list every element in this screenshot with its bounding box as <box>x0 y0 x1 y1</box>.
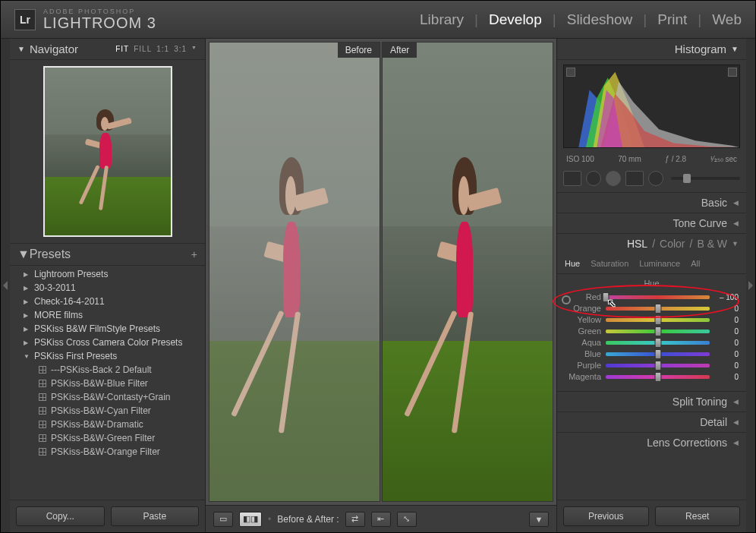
navigator-preview[interactable] <box>10 60 205 243</box>
slider-value[interactable]: 0 <box>714 361 739 370</box>
hsl-tab-bw[interactable]: B & W <box>697 238 727 250</box>
chevron-down-icon: ▼ <box>731 45 739 53</box>
slider-track[interactable] <box>606 341 710 345</box>
slider-thumb[interactable] <box>654 372 661 382</box>
reset-button[interactable]: Reset <box>655 506 741 526</box>
preset-folder[interactable]: ▶30-3-2011 <box>10 281 205 295</box>
module-slideshow[interactable]: Slideshow <box>567 11 633 28</box>
targeted-adjustment-tool[interactable] <box>562 295 571 304</box>
presets-header[interactable]: ▼ Presets + <box>10 243 205 266</box>
preset-folder[interactable]: ▶MORE films <box>10 308 205 322</box>
slider-thumb[interactable] <box>654 304 661 314</box>
lens-corrections-section[interactable]: Lens Corrections◀ <box>557 432 746 453</box>
previous-button[interactable]: Previous <box>563 506 649 526</box>
slider-value[interactable]: 0 <box>714 339 739 347</box>
toolbar-menu-button[interactable]: ▼ <box>529 512 549 527</box>
crop-tool[interactable] <box>563 171 581 186</box>
slider-track[interactable] <box>606 330 710 333</box>
slider-value[interactable]: 0 <box>714 373 739 381</box>
preset-folder[interactable]: ▶Check-16-4-2011 <box>10 295 205 308</box>
slider-value[interactable]: 0 <box>714 327 739 336</box>
hsl-tab-hsl[interactable]: HSL <box>627 238 647 250</box>
slider-thumb[interactable] <box>654 338 661 348</box>
meta-iso: ISO 100 <box>566 155 594 163</box>
loupe-view-button[interactable]: ▭ <box>213 512 233 527</box>
preset-item[interactable]: PSKiss-B&W-Contasty+Grain <box>10 390 205 404</box>
slider-thumb[interactable] <box>654 361 661 371</box>
slider-value[interactable]: 0 <box>714 304 739 313</box>
after-pane[interactable]: After <box>382 42 553 502</box>
subtab-all[interactable]: All <box>691 257 700 270</box>
highlight-clip-icon[interactable] <box>728 68 737 77</box>
preset-item[interactable]: PSKiss-B&W-Cyan Filter <box>10 404 205 418</box>
swap-before-after-button[interactable]: ⇄ <box>345 512 365 527</box>
zoom-fill[interactable]: FILL <box>134 45 152 53</box>
compare-view-button[interactable]: ◧◨ <box>239 512 262 527</box>
module-develop[interactable]: Develop <box>489 11 542 28</box>
slider-label: Blue <box>565 349 601 358</box>
split-toning-section[interactable]: Split Toning◀ <box>557 391 746 412</box>
slider-track[interactable] <box>606 375 710 379</box>
preset-item[interactable]: PSKiss-B&W-Dramatic <box>10 418 205 431</box>
subtab-saturation[interactable]: Saturation <box>591 257 628 270</box>
preset-item[interactable]: PSKiss-B&W-Blue Filter <box>10 377 205 390</box>
hsl-section-header[interactable]: HSL / Color / B & W ▼ <box>557 233 746 254</box>
preset-icon <box>39 393 46 401</box>
zoom-3-1[interactable]: 3:1 <box>174 45 187 53</box>
slider-track[interactable] <box>606 352 710 356</box>
center-area: Before After ▭ ◧◨ • B <box>206 39 556 532</box>
hsl-tab-color[interactable]: Color <box>660 238 685 250</box>
preset-folder[interactable]: ▶Lightroom Presets <box>10 267 205 281</box>
basic-section[interactable]: Basic◀ <box>557 192 746 213</box>
preset-folder-name: Check-16-4-2011 <box>34 296 105 307</box>
module-web[interactable]: Web <box>712 11 742 28</box>
histogram-display[interactable] <box>563 65 740 148</box>
slider-thumb[interactable] <box>654 349 661 359</box>
graduated-filter-tool[interactable] <box>625 171 644 186</box>
navigator-header[interactable]: ▼ Navigator FIT FILL 1:1 3:1 ▼ <box>10 39 205 60</box>
histogram-header[interactable]: Histogram ▼ <box>557 39 746 60</box>
redeye-tool[interactable] <box>606 171 621 186</box>
slider-value[interactable]: 0 <box>714 350 739 358</box>
left-gutter[interactable] <box>1 39 10 532</box>
preset-folder[interactable]: ▶PSKiss Cross Camera Color Presets <box>10 336 205 349</box>
slider-track[interactable] <box>606 318 710 322</box>
preset-item[interactable]: ---PSKiss-Back 2 Default <box>10 363 205 377</box>
detail-section[interactable]: Detail◀ <box>557 412 746 432</box>
before-pane[interactable]: Before <box>209 42 380 502</box>
module-library[interactable]: Library <box>420 11 464 28</box>
zoom-fit[interactable]: FIT <box>115 45 129 53</box>
copy-before-button[interactable]: ⇤ <box>371 512 391 527</box>
slider-track[interactable] <box>606 364 710 367</box>
slider-track[interactable] <box>606 295 710 299</box>
slider-value[interactable]: – 100 <box>714 293 739 301</box>
zoom-1-1[interactable]: 1:1 <box>156 45 169 53</box>
slider-track[interactable] <box>606 307 710 311</box>
slider-thumb[interactable] <box>654 326 661 336</box>
shadow-clip-icon[interactable] <box>566 68 575 77</box>
preset-folder[interactable]: ▶PSKiss B&W FilmStyle Presets <box>10 322 205 336</box>
preset-item[interactable]: PSKiss-B&W-Orange Filter <box>10 445 205 459</box>
subtab-luminance[interactable]: Luminance <box>639 257 680 270</box>
adjustment-brush-tool[interactable] <box>648 171 663 186</box>
chevron-down-icon: ▼ <box>732 240 739 248</box>
preset-folder[interactable]: ▼PSKiss First Presets <box>10 349 205 363</box>
slider-label: Green <box>565 326 601 336</box>
preset-item[interactable]: PSKiss-B&W-Green Filter <box>10 431 205 445</box>
paste-button[interactable]: Paste <box>111 506 200 526</box>
copy-settings-button[interactable]: ⤡ <box>397 512 417 527</box>
tone-curve-section[interactable]: Tone Curve◀ <box>557 213 746 233</box>
spot-removal-tool[interactable] <box>586 171 601 186</box>
zoom-menu-icon[interactable]: ▼ <box>191 45 197 53</box>
slider-value[interactable]: 0 <box>714 316 739 324</box>
subtab-hue[interactable]: Hue <box>565 257 580 270</box>
add-preset-button[interactable]: + <box>191 248 197 260</box>
slider-thumb[interactable] <box>654 315 661 325</box>
presets-tree[interactable]: ▶Lightroom Presets▶30-3-2011▶Check-16-4-… <box>10 266 205 500</box>
tool-size-slider[interactable] <box>671 177 740 180</box>
module-print[interactable]: Print <box>657 11 687 28</box>
right-gutter[interactable] <box>746 39 755 532</box>
slider-thumb[interactable] <box>603 292 610 302</box>
preset-folder-name: PSKiss Cross Camera Color Presets <box>34 337 182 348</box>
copy-button[interactable]: Copy... <box>16 506 105 526</box>
